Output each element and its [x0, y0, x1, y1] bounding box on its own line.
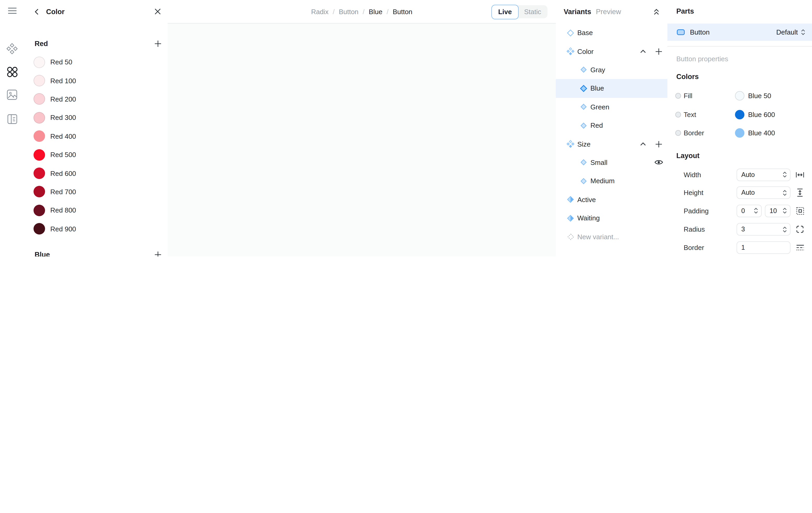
- width-constraint-icon[interactable]: [795, 172, 805, 178]
- swatch-row[interactable]: Red 900: [24, 220, 168, 238]
- part-variant-select[interactable]: Default: [776, 28, 805, 36]
- variant-row-size[interactable]: Size: [556, 135, 667, 153]
- variant-row-gray[interactable]: Gray: [556, 61, 667, 79]
- add-variant-button[interactable]: [653, 141, 664, 147]
- prop-input[interactable]: 0: [736, 204, 762, 217]
- variant-row-new-variant[interactable]: New variant...: [556, 228, 667, 246]
- prop-input[interactable]: Auto: [736, 186, 790, 199]
- section-title-colors: Colors: [676, 73, 699, 81]
- swatch-row[interactable]: Red 400: [24, 127, 168, 146]
- swatch-list: Red 50Red 100Red 200Red 300Red 400Red 50…: [24, 53, 168, 238]
- tab-variants[interactable]: Variants: [564, 8, 591, 16]
- variant-row-base[interactable]: Base: [556, 24, 667, 42]
- add-color-button[interactable]: [152, 250, 163, 256]
- prop-color-value[interactable]: Blue 400: [748, 129, 775, 137]
- variant-icon-wrap: [567, 47, 574, 56]
- variant-icon-wrap: [580, 122, 587, 128]
- collapse-panel-button[interactable]: [651, 6, 662, 17]
- diamond-outline-icon: [567, 29, 574, 36]
- swatch-row[interactable]: Red 200: [24, 90, 168, 109]
- prop-color-swatch[interactable]: [735, 91, 745, 100]
- prop-label: Fill: [684, 92, 692, 100]
- section-title-layout: Layout: [676, 152, 700, 160]
- swatch-row[interactable]: Red 500: [24, 146, 168, 164]
- stepper-icon[interactable]: [783, 226, 787, 233]
- color-section-header: Blue: [24, 250, 168, 256]
- prop-label: Border: [684, 129, 704, 137]
- padding-icon[interactable]: [795, 207, 805, 215]
- rail-item-diamonds-logo[interactable]: [0, 43, 24, 55]
- collapse-group-button[interactable]: [638, 50, 648, 53]
- radius-icon[interactable]: [795, 225, 805, 233]
- variant-row-color[interactable]: Color: [556, 42, 667, 61]
- breadcrumb-item[interactable]: Blue: [369, 8, 382, 16]
- canvas-body: Click me: [168, 24, 556, 256]
- input-value: 1: [741, 244, 787, 251]
- rail-item-components-grid[interactable]: [0, 66, 24, 78]
- variant-row-active[interactable]: Active: [556, 190, 667, 209]
- notebook-icon: [7, 114, 17, 124]
- layout-prop-row-padding: Padding010: [667, 204, 812, 217]
- variant-row-green[interactable]: Green: [556, 98, 667, 116]
- prop-color-swatch[interactable]: [735, 110, 745, 119]
- breadcrumb-item[interactable]: Button: [339, 8, 358, 16]
- color-swatch: [33, 186, 45, 198]
- breadcrumb-item[interactable]: Button: [393, 8, 412, 16]
- diamond-selected-icon: [580, 85, 587, 92]
- variant-label: Base: [577, 29, 593, 37]
- breadcrumb-separator: /: [387, 8, 388, 16]
- parts-panel: Parts Button Default Button properties C…: [667, 0, 812, 256]
- prop-input[interactable]: Auto: [736, 168, 790, 181]
- variant-row-blue[interactable]: Blue: [556, 79, 667, 98]
- variant-row-waiting[interactable]: Waiting: [556, 209, 667, 228]
- rail-item-notebook[interactable]: [0, 114, 24, 124]
- variant-icon-wrap: [580, 178, 587, 184]
- swatch-row[interactable]: Red 50: [24, 53, 168, 71]
- prop-color-value[interactable]: Blue 50: [748, 92, 771, 100]
- close-button[interactable]: [152, 6, 163, 17]
- variant-row-medium[interactable]: Medium: [556, 172, 667, 190]
- swatch-row[interactable]: Red 100: [24, 71, 168, 90]
- stepper-icon[interactable]: [783, 207, 787, 214]
- swatch-row[interactable]: Red 600: [24, 164, 168, 183]
- breadcrumb: Radix/Button/Blue/Button: [311, 8, 412, 16]
- prop-color-swatch[interactable]: [735, 128, 745, 138]
- color-swatch: [33, 93, 45, 105]
- button-part-icon: [677, 29, 685, 35]
- add-color-button[interactable]: [152, 38, 163, 49]
- add-variant-button[interactable]: [653, 48, 664, 55]
- rail-item-menu[interactable]: [0, 7, 24, 14]
- part-variant-value: Default: [776, 28, 798, 36]
- swatch-label: Red 300: [50, 114, 76, 122]
- border-style-icon[interactable]: [795, 244, 805, 251]
- mode-option-static[interactable]: Static: [518, 5, 547, 18]
- chevron-up-icon: [640, 50, 646, 53]
- stepper-icon[interactable]: [754, 207, 758, 214]
- tab-preview[interactable]: Preview: [596, 8, 621, 16]
- back-button[interactable]: [31, 6, 42, 17]
- collapse-group-button[interactable]: [638, 142, 648, 146]
- color-swatch: [33, 75, 45, 86]
- swatch-row[interactable]: Red 700: [24, 182, 168, 201]
- prop-color-value[interactable]: Blue 600: [748, 111, 775, 118]
- part-row-button[interactable]: Button Default: [667, 24, 812, 41]
- prop-input[interactable]: 10: [765, 204, 790, 217]
- image-icon: [7, 90, 17, 100]
- visibility-eye-button[interactable]: [653, 159, 664, 166]
- height-constraint-icon[interactable]: [795, 188, 805, 197]
- prop-input[interactable]: 1: [736, 241, 790, 254]
- stepper-icon[interactable]: [783, 171, 787, 178]
- swatch-row[interactable]: Red 300: [24, 108, 168, 127]
- mode-option-live[interactable]: Live: [491, 4, 519, 19]
- color-swatch: [33, 168, 45, 179]
- variant-row-red[interactable]: Red: [556, 116, 667, 135]
- stepper-icon[interactable]: [783, 189, 787, 196]
- variant-icon-wrap: [580, 104, 587, 110]
- eye-icon: [654, 159, 663, 166]
- swatch-row[interactable]: Red 800: [24, 201, 168, 220]
- prop-input[interactable]: 3: [736, 223, 790, 236]
- breadcrumb-item[interactable]: Radix: [311, 8, 329, 16]
- swatch-label: Red 700: [50, 188, 76, 196]
- rail-item-image[interactable]: [0, 90, 24, 100]
- variant-row-small[interactable]: Small: [556, 153, 667, 172]
